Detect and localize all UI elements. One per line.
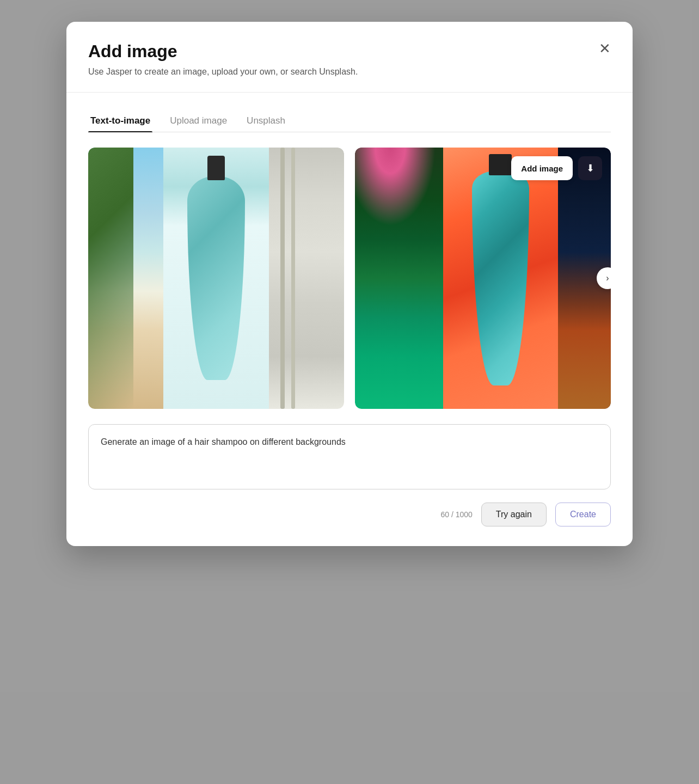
create-button[interactable]: Create xyxy=(555,503,611,526)
chevron-right-icon: › xyxy=(606,273,609,283)
try-again-button[interactable]: Try again xyxy=(481,503,547,526)
left-image-group xyxy=(88,148,344,409)
bottle-cap-right xyxy=(489,154,512,175)
close-icon: ✕ xyxy=(599,41,611,56)
close-button[interactable]: ✕ xyxy=(597,39,613,58)
add-image-button[interactable]: Add image xyxy=(511,156,573,180)
modal-header: Add image Use Jasper to create an image,… xyxy=(66,22,633,93)
bottle-cap-left xyxy=(207,156,225,180)
bottle-shape-left xyxy=(187,176,245,380)
prompt-section xyxy=(88,424,611,492)
modal-overlay: Add image Use Jasper to create an image,… xyxy=(0,0,699,784)
right-image-group: Add image ⬇ › xyxy=(355,148,611,409)
modal-body: Text-to-image Upload image Unsplash xyxy=(66,93,633,546)
modal-subtitle: Use Jasper to create an image, upload yo… xyxy=(88,67,611,77)
modal-title: Add image xyxy=(88,41,611,62)
footer-row: 60 / 1000 Try again Create xyxy=(88,503,611,526)
bamboo-panel xyxy=(269,148,344,409)
bottle-panel-right xyxy=(443,148,558,409)
bottle-shape-right xyxy=(472,171,529,385)
download-icon: ⬇ xyxy=(586,162,594,174)
tab-bar: Text-to-image Upload image Unsplash xyxy=(88,110,611,132)
images-section: Add image ⬇ › xyxy=(88,148,611,409)
tab-text-to-image[interactable]: Text-to-image xyxy=(88,110,152,132)
forest-panel xyxy=(355,148,443,409)
bottle-panel-left xyxy=(163,148,269,409)
overlay-controls: Add image ⬇ xyxy=(511,156,602,180)
char-count: 60 / 1000 xyxy=(440,510,472,519)
tab-upload-image[interactable]: Upload image xyxy=(168,110,229,132)
add-image-modal: Add image Use Jasper to create an image,… xyxy=(66,22,633,546)
tab-unsplash[interactable]: Unsplash xyxy=(244,110,287,132)
download-button[interactable]: ⬇ xyxy=(578,156,602,180)
prompt-textarea[interactable] xyxy=(88,424,611,489)
beach-panel xyxy=(88,148,163,409)
